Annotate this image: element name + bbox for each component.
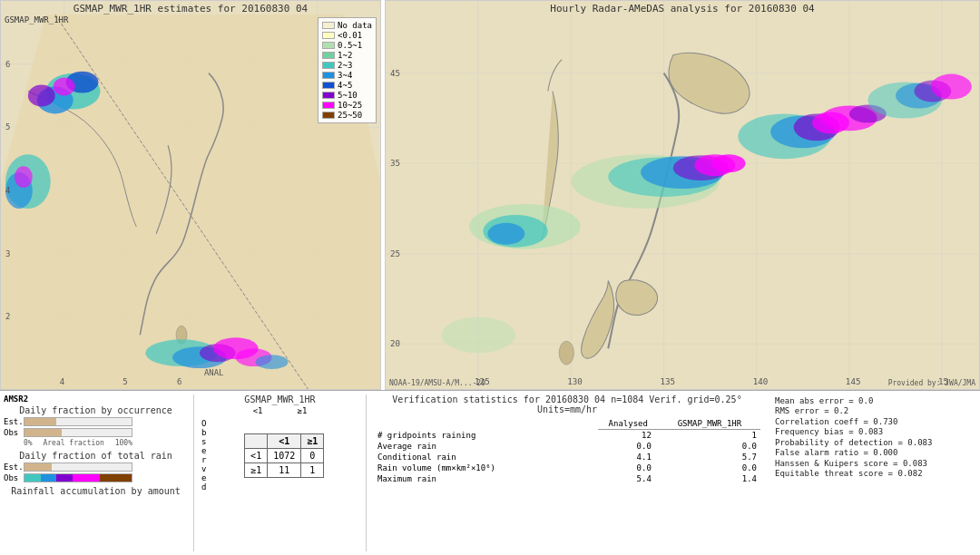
bottom-left-section: AMSR2 Daily fraction by occurrence Est. …: [4, 394, 194, 551]
confusion-col2: ≥1: [297, 406, 307, 415]
svg-text:25: 25: [390, 249, 400, 258]
chart1-est-label: Est.: [4, 417, 24, 426]
verif-row-v2-4: 1.4: [659, 473, 760, 484]
confusion-row1-header: <1: [245, 448, 268, 462]
bottom-mid-section: GSMAP_MWR_1HR <1 ≥1 O b s e r v e d: [194, 394, 367, 551]
confusion-v21: 11: [268, 462, 301, 477]
confusion-empty-cell: [245, 433, 268, 448]
obs-letter-o: O: [201, 419, 206, 428]
verif-col-gsmap: GSMAP_MWR_1HR: [659, 418, 760, 430]
svg-point-21: [15, 166, 33, 188]
verif-row-label-2: Conditional rain: [374, 452, 598, 462]
left-map-label: GSMAP_MWR_1HR: [5, 15, 68, 24]
svg-text:5: 5: [122, 377, 127, 386]
stat-item-2: Correlation coeff = 0.730: [775, 417, 976, 426]
legend-label-4: 4~5: [338, 81, 352, 90]
chart2-title: Daily fraction of total rain: [4, 451, 188, 461]
verif-table: Analysed GSMAP_MWR_1HR # gridpoints rain…: [374, 418, 760, 484]
right-map-panel: Hourly Radar-AMeDAS analysis for 2016083…: [385, 0, 980, 390]
obs-letter-e: e: [201, 446, 206, 455]
verif-row-3: Rain volume (mm×km²×10⁶)0.00.0: [374, 462, 760, 473]
legend-item-05: 0.5~1: [322, 41, 372, 50]
chart1-title: Daily fraction by occurrence: [4, 405, 188, 415]
legend-label-nodata: No data: [338, 21, 372, 30]
right-map-label-br: Provided by: JWA/JMA: [888, 379, 975, 387]
legend-item-25: 25~50: [322, 111, 372, 120]
legend-label-25: 25~50: [338, 111, 362, 120]
svg-text:ANAL: ANAL: [204, 368, 224, 377]
confusion-v22: 1: [301, 462, 324, 477]
stat-item-3: Frequency bias = 0.083: [775, 427, 976, 436]
legend-color-2: [322, 62, 335, 69]
chart2-obs-fill: [24, 474, 132, 482]
confusion-v12: 0: [301, 448, 324, 462]
top-row: GSMAP_MWR_1HR estimates for 20160830 04 …: [0, 0, 980, 390]
svg-text:135: 135: [660, 377, 675, 386]
legend-color-10: [322, 102, 335, 109]
bottom-right-section: Mean abs error = 0.0RMS error = 0.2Corre…: [768, 394, 976, 551]
svg-text:20: 20: [390, 339, 400, 348]
chart1-est-fill: [24, 418, 56, 425]
chart1-obs-bar: [24, 428, 132, 437]
verif-col-analysed: Analysed: [598, 418, 659, 430]
chart1-axis: 0% Areal fraction 100%: [24, 439, 132, 447]
bottom-row: AMSR2 Daily fraction by occurrence Est. …: [0, 390, 980, 555]
svg-text:3: 3: [5, 249, 10, 258]
chart2-obs-label: Obs: [4, 473, 24, 482]
chart2-est-bar: [24, 462, 132, 472]
legend-color-001: [322, 32, 335, 39]
bottom-main-section: Verification statistics for 20160830 04 …: [367, 394, 768, 551]
legend-color-3: [322, 72, 335, 79]
obs-vertical-label: O b s e r v e d: [201, 419, 206, 492]
legend-item-4: 4~5: [322, 81, 372, 90]
stat-item-7: Equitable threat score = 0.082: [775, 469, 976, 478]
chart1-obs-label: Obs: [4, 428, 24, 437]
verif-row-2: Conditional rain4.15.7: [374, 452, 760, 462]
svg-point-18: [54, 78, 75, 96]
svg-text:35: 35: [390, 159, 400, 168]
chart1-axis-end: 100%: [115, 439, 132, 447]
svg-text:145: 145: [846, 377, 861, 386]
map-legend: No data <0.01 0.5~1 1~2 2~3: [318, 17, 377, 123]
chart2-obs-row: Obs: [4, 473, 188, 482]
svg-point-48: [559, 341, 573, 365]
amsr2-label: AMSR2: [4, 394, 188, 404]
legend-item-nodata: No data: [322, 21, 372, 30]
confusion-table: <1 ≥1 <1 1072 0 ≥1 11 1: [244, 433, 324, 478]
legend-label-2: 2~3: [338, 61, 352, 70]
main-container: GSMAP_MWR_1HR estimates for 20160830 04 …: [0, 0, 980, 555]
chart1-obs-row: Obs: [4, 428, 188, 437]
right-map-svg: 45 35 25 20 125 130 135 140 145 15: [386, 1, 979, 389]
left-panel-title: GSMAP_MWR_1HR estimates for 20160830 04: [1, 3, 380, 15]
confusion-col-header1: <1: [268, 433, 301, 448]
legend-label-001: <0.01: [338, 31, 362, 40]
svg-text:140: 140: [753, 377, 769, 386]
legend-label-5: 5~10: [338, 91, 358, 100]
legend-label-10: 10~25: [338, 101, 362, 110]
verif-row-v1-2: 4.1: [598, 452, 659, 462]
svg-text:5: 5: [5, 122, 10, 131]
legend-color-5: [322, 92, 335, 99]
svg-point-57: [712, 154, 746, 172]
verif-row-v2-1: 0.0: [659, 441, 760, 452]
svg-point-51: [487, 223, 524, 245]
svg-text:6: 6: [5, 60, 10, 69]
verif-row-label-4: Maximum rain: [374, 473, 598, 484]
verif-row-v1-1: 0.0: [598, 441, 659, 452]
svg-point-16: [28, 85, 55, 107]
svg-text:130: 130: [567, 377, 583, 386]
verif-row-0: # gridpoints raining121: [374, 430, 760, 442]
verif-row-v2-0: 1: [659, 430, 760, 442]
legend-item-3: 3~4: [322, 71, 372, 80]
svg-point-68: [441, 316, 515, 353]
legend-item-5: 5~10: [322, 91, 372, 100]
legend-item-10: 10~25: [322, 101, 372, 110]
chart2-obs-bar: [24, 473, 132, 482]
verif-header-row: Analysed GSMAP_MWR_1HR: [374, 418, 760, 430]
legend-label-05: 0.5~1: [338, 41, 362, 50]
stat-item-5: False alarm ratio = 0.000: [775, 448, 976, 457]
confusion-v11: 1072: [268, 448, 301, 462]
verif-row-v1-0: 12: [598, 430, 659, 442]
legend-color-05: [322, 42, 335, 49]
stat-item-4: Probability of detection = 0.083: [775, 438, 976, 447]
